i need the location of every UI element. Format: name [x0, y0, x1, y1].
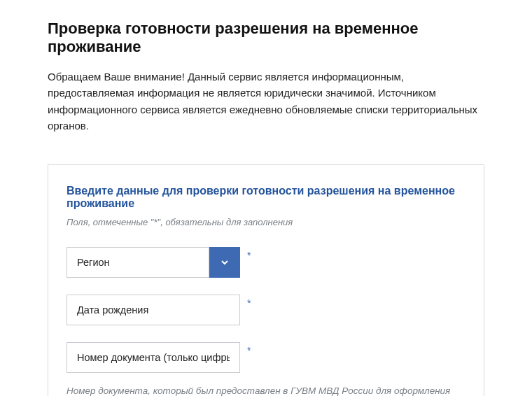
region-dropdown-button[interactable]	[209, 247, 240, 278]
region-select[interactable]: Регион	[66, 247, 209, 278]
required-asterisk: *	[247, 297, 251, 309]
page-title: Проверка готовности разрешения на времен…	[48, 20, 484, 56]
birth-date-input[interactable]	[66, 295, 240, 325]
form-title: Введите данные для проверки готовности р…	[66, 185, 465, 210]
region-select-label: Регион	[77, 257, 110, 268]
field-region: Регион *	[66, 247, 465, 278]
required-note: Поля, отмеченные "*", обязательны для за…	[66, 217, 465, 227]
doc-number-input[interactable]	[66, 342, 240, 373]
chevron-down-icon	[220, 257, 230, 267]
intro-text: Обращаем Ваше внимание! Данный сервис яв…	[48, 69, 484, 134]
field-birth: *	[66, 295, 465, 325]
required-asterisk: *	[247, 345, 251, 356]
field-doc: *	[66, 342, 465, 373]
required-asterisk: *	[247, 250, 251, 261]
form-container: Введите данные для проверки готовности р…	[48, 164, 484, 396]
doc-hint: Номер документа, который был предоставле…	[66, 384, 465, 396]
